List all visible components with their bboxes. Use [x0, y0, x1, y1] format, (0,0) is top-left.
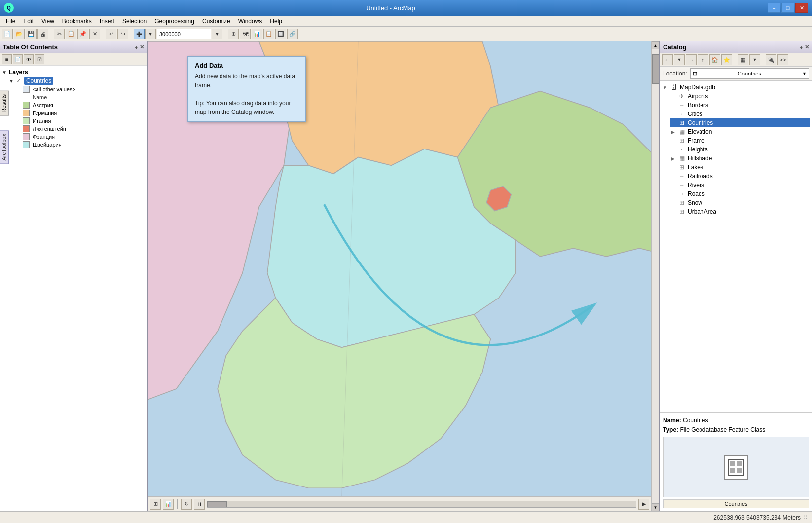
gdb-expand[interactable]: ▼ — [662, 85, 668, 90]
catalog-title: Catalog — [663, 43, 687, 51]
tb-open[interactable]: 📂 — [14, 29, 25, 39]
maximize-button[interactable]: □ — [781, 3, 794, 13]
tb-map-btn3[interactable]: 📊 — [252, 29, 262, 39]
tb-print[interactable]: 🖨 — [37, 29, 48, 39]
catalog-back-btn[interactable]: ← — [662, 54, 673, 65]
tree-airports[interactable]: ✈ Airports — [670, 92, 810, 101]
menu-help[interactable]: Help — [266, 17, 286, 26]
cities-label: Cities — [688, 111, 702, 117]
map-layout-btn[interactable]: ⊞ — [150, 499, 161, 510]
scroll-thumb[interactable] — [652, 54, 659, 84]
legend-lichtenstein: Лихтенштейн — [23, 125, 145, 133]
catalog-tree: ▼ 🗄 MapData.gdb ✈ Airports → Borders · — [660, 81, 812, 412]
tb-map-btn2[interactable]: 🗺 — [240, 29, 251, 39]
toc-pin-button[interactable]: ♦ — [135, 44, 138, 50]
tb-map-btn6[interactable]: 🔗 — [287, 29, 298, 39]
tb-identify[interactable]: ⊕ — [228, 29, 239, 39]
tb-copy[interactable]: 📋 — [66, 29, 76, 39]
toc-tb-list[interactable]: ≡ — [2, 54, 12, 64]
tree-root-gdb[interactable]: ▼ 🗄 MapData.gdb — [662, 83, 810, 92]
menu-edit[interactable]: Edit — [19, 17, 37, 26]
urbanarea-label: UrbanArea — [688, 208, 716, 215]
elevation-expand[interactable]: ▶ — [670, 129, 676, 135]
countries-checkbox[interactable]: ✓ — [16, 78, 22, 84]
menu-customize[interactable]: Customize — [198, 17, 234, 26]
menu-bookmarks[interactable]: Bookmarks — [58, 17, 96, 26]
catalog-dropdown-btn[interactable]: ▼ — [674, 54, 685, 65]
toc-close-button[interactable]: ✕ — [140, 44, 144, 50]
tree-heights[interactable]: · Heights — [670, 145, 810, 154]
svg-rect-6 — [730, 468, 735, 473]
countries-layer-name[interactable]: Countries — [24, 77, 53, 85]
catalog-view-btn[interactable]: ▦ — [738, 54, 748, 65]
scale-dropdown[interactable]: ▼ — [212, 29, 222, 39]
layers-expand-icon[interactable]: ▼ — [2, 70, 7, 75]
scroll-down-btn[interactable]: ▼ — [652, 503, 660, 511]
menu-windows[interactable]: Windows — [234, 17, 266, 26]
tree-frame[interactable]: ⊞ Frame — [670, 136, 810, 145]
map-pause-btn[interactable]: ⏸ — [194, 499, 205, 510]
hillshade-expand[interactable]: ▶ — [670, 156, 676, 161]
tree-rivers[interactable]: → Rivers — [670, 181, 810, 189]
arctoolbox-tab[interactable]: ArcToolbox — [0, 130, 9, 164]
scroll-up-btn[interactable]: ▲ — [652, 41, 660, 49]
catalog-close-button[interactable]: ✕ — [805, 44, 809, 50]
catalog-up-btn[interactable]: ↑ — [698, 54, 708, 65]
railroads-label: Railroads — [688, 173, 713, 180]
tb-map-btn5[interactable]: 🔲 — [275, 29, 286, 39]
scroll-track[interactable] — [652, 49, 659, 503]
toc-panel: Results ArcToolbox Table Of Contents ♦ ✕… — [0, 41, 148, 511]
catalog-home-btn[interactable]: 🏠 — [709, 54, 720, 65]
tb-save[interactable]: 💾 — [26, 29, 37, 39]
catalog-favorites-btn[interactable]: ⭐ — [721, 54, 732, 65]
catalog-more-btn[interactable]: >> — [777, 54, 788, 65]
tb-map-btn4[interactable]: 📋 — [263, 29, 274, 39]
menu-geoprocessing[interactable]: Geoprocessing — [150, 17, 198, 26]
tb-delete[interactable]: ✕ — [89, 29, 100, 39]
toc-tb-source[interactable]: 📄 — [13, 54, 23, 64]
tree-elevation[interactable]: ▶ ▦ Elevation — [670, 127, 810, 136]
catalog-location-dropdown[interactable]: ⊞ Countries ▼ — [690, 68, 809, 79]
tree-countries[interactable]: ⊞ Countries — [670, 118, 810, 127]
results-tab[interactable]: Results — [0, 91, 9, 116]
tree-lakes[interactable]: ⊞ Lakes — [670, 163, 810, 172]
menu-file[interactable]: File — [2, 17, 19, 26]
close-button[interactable]: ✕ — [795, 3, 808, 13]
tree-cities[interactable]: · Cities — [670, 110, 810, 118]
map-scroll-right[interactable]: ▶ — [638, 499, 649, 510]
tb-adddata[interactable]: ✚ — [134, 29, 145, 39]
map-data-btn[interactable]: 📊 — [163, 499, 174, 510]
toolbar-separator-2 — [103, 29, 103, 39]
legend-swatch-italy — [23, 117, 30, 124]
tree-snow[interactable]: ⊞ Snow — [670, 198, 810, 207]
catalog-pin-button[interactable]: ♦ — [800, 44, 803, 50]
catalog-view-dropdown[interactable]: ▼ — [749, 54, 760, 65]
toc-content: ▼ Layers ▼ ✓ Countries <all other values… — [0, 66, 147, 511]
tree-railroads[interactable]: → Railroads — [670, 172, 810, 181]
map-scroll-bar[interactable] — [207, 501, 636, 508]
tree-borders[interactable]: → Borders — [670, 101, 810, 110]
tree-roads[interactable]: → Roads — [670, 189, 810, 198]
catalog-connect-btn[interactable]: 🔌 — [766, 54, 776, 65]
toc-tb-selection[interactable]: ☑ — [35, 54, 44, 64]
tree-urbanarea[interactable]: ⊞ UrbanArea — [670, 207, 810, 216]
tb-redo[interactable]: ↪ — [117, 29, 128, 39]
scale-input[interactable] — [157, 29, 211, 39]
tb-paste[interactable]: 📌 — [77, 29, 88, 39]
map-refresh-btn[interactable]: ↻ — [181, 499, 192, 510]
menu-view[interactable]: View — [37, 17, 58, 26]
tb-cut[interactable]: ✂ — [54, 29, 65, 39]
tree-hillshade[interactable]: ▶ ▦ Hillshade — [670, 154, 810, 163]
minimize-button[interactable]: – — [768, 3, 780, 13]
lakes-icon: ⊞ — [678, 164, 686, 171]
menu-selection[interactable]: Selection — [118, 17, 150, 26]
catalog-forward-btn[interactable]: → — [686, 54, 697, 65]
countries-expand-icon[interactable]: ▼ — [9, 78, 14, 84]
toc-tb-visibility[interactable]: 👁 — [24, 54, 34, 64]
map-vscrollbar[interactable]: ▲ ▼ — [651, 41, 659, 511]
map-area[interactable]: Add Data Add new data to the map's activ… — [148, 41, 651, 511]
menu-insert[interactable]: Insert — [96, 17, 118, 26]
tb-new[interactable]: 📄 — [2, 29, 13, 39]
tb-undo[interactable]: ↩ — [106, 29, 116, 39]
tb-adddata-arrow[interactable]: ▼ — [145, 29, 156, 39]
